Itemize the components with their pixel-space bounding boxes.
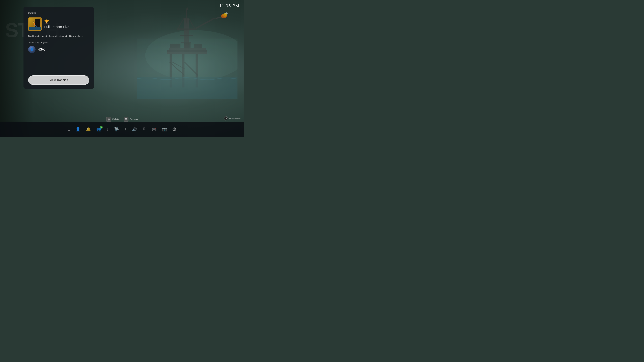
power-icon: ⏻ xyxy=(172,127,176,132)
nav-friends[interactable]: 👥 1 xyxy=(96,127,101,132)
friends-badge: 1 xyxy=(100,126,103,129)
trophy-name: Full Fathom Five xyxy=(44,25,69,29)
bottom-bar: ⌂ 👤 🔔 👥 1 ↓ 📡 ♪ 🔊 🎙 🎮 xyxy=(0,122,244,137)
view-trophies-button[interactable]: View Trophies xyxy=(28,75,89,85)
music-icon: ♪ xyxy=(124,127,126,132)
download-icon: ↓ xyxy=(107,127,109,132)
nav-power[interactable]: ⏻ xyxy=(172,127,176,132)
watermark-icon: TG xyxy=(224,116,228,121)
mic-icon: 🎙 xyxy=(142,127,146,132)
progress-row: 👤 43% xyxy=(28,46,89,53)
panel-title: Details xyxy=(28,11,89,14)
nav-antenna[interactable]: 📡 xyxy=(114,127,119,132)
trophy-header: 🚶 🏆 Full Fathom Five xyxy=(28,17,89,31)
trophy-waves xyxy=(29,27,41,30)
nav-mic[interactable]: 🎙 xyxy=(142,127,146,132)
watermark: TG THEGAMER xyxy=(224,116,241,121)
antenna-icon: 📡 xyxy=(114,127,119,132)
profile-icon: 👤 xyxy=(76,127,80,132)
nav-icons: ⌂ 👤 🔔 👥 1 ↓ 📡 ♪ 🔊 🎙 🎮 xyxy=(0,127,244,132)
trophy-cup-icon: 🏆 xyxy=(44,19,69,24)
nav-music[interactable]: ♪ xyxy=(124,127,126,132)
progress-label: Total trophy progress xyxy=(28,41,89,44)
trophy-description: Died from falling into the sea five time… xyxy=(28,34,89,38)
volume-icon: 🔊 xyxy=(132,127,137,132)
nav-home[interactable]: ⌂ xyxy=(68,127,70,132)
trophy-name-area: 🏆 Full Fathom Five xyxy=(44,19,69,29)
action-bar: ⊡ Delete ☰ Options xyxy=(106,117,138,122)
details-panel: Details 🚶 🏆 Full Fathom Five Died from f… xyxy=(24,7,94,89)
delete-label: Delete xyxy=(112,118,119,121)
delete-action[interactable]: ⊡ Delete xyxy=(106,117,119,122)
options-label: Options xyxy=(130,118,138,121)
nav-notifications[interactable]: 🔔 xyxy=(86,127,91,132)
nav-download[interactable]: ↓ xyxy=(107,127,109,132)
progress-percent: 43% xyxy=(38,47,45,52)
controller-icon: 🎮 xyxy=(152,127,157,132)
nav-controller[interactable]: 🎮 xyxy=(152,127,157,132)
delete-icon: ⊡ xyxy=(106,117,111,122)
nav-camera[interactable]: 📷 xyxy=(162,127,167,132)
progress-avatar: 👤 xyxy=(28,46,36,53)
nav-profile[interactable]: 👤 xyxy=(76,127,80,132)
nav-volume[interactable]: 🔊 xyxy=(132,127,137,132)
svg-rect-30 xyxy=(137,5,238,99)
trophy-image: 🚶 xyxy=(28,17,42,31)
svg-text:TG: TG xyxy=(225,118,227,119)
options-icon: ☰ xyxy=(124,117,128,122)
avatar-icon: 👤 xyxy=(30,47,34,51)
bell-icon: 🔔 xyxy=(86,127,91,132)
watermark-text: THEGAMER xyxy=(229,117,241,119)
rig-illustration xyxy=(137,5,238,99)
options-action[interactable]: ☰ Options xyxy=(124,117,138,122)
clock: 11:05 PM xyxy=(219,3,239,8)
camera-icon: 📷 xyxy=(162,127,167,132)
home-icon: ⌂ xyxy=(68,127,70,132)
